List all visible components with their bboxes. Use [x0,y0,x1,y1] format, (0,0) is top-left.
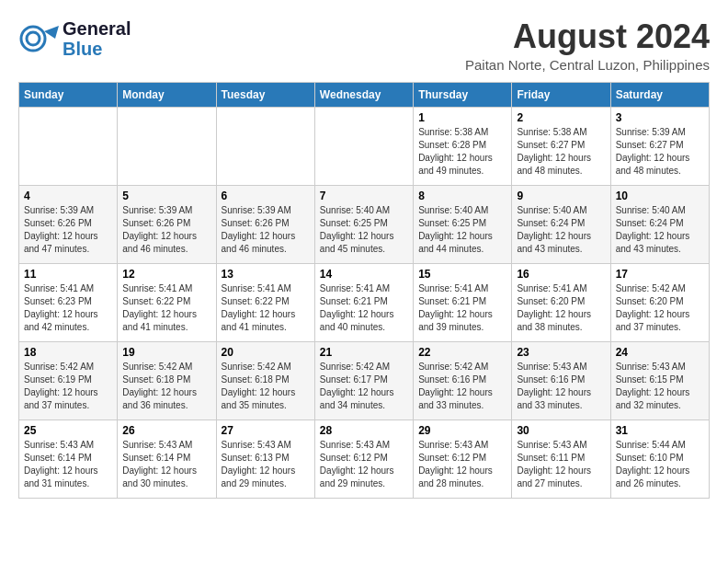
day-number: 28 [320,424,408,437]
logo-general: General [63,18,131,39]
day-number: 1 [418,111,506,124]
calendar-cell: 25Sunrise: 5:43 AM Sunset: 6:14 PM Dayli… [19,419,118,498]
day-number: 2 [517,111,605,124]
calendar-cell: 17Sunrise: 5:42 AM Sunset: 6:20 PM Dayli… [610,263,709,341]
header-thursday: Thursday [414,82,512,107]
day-number: 23 [517,346,605,359]
day-number: 7 [320,190,408,202]
calendar-week-3: 11Sunrise: 5:41 AM Sunset: 6:23 PM Dayli… [19,263,710,341]
calendar-cell: 2Sunrise: 5:38 AM Sunset: 6:27 PM Daylig… [512,107,610,185]
day-info: Sunrise: 5:43 AM Sunset: 6:16 PM Dayligh… [517,361,605,412]
day-info: Sunrise: 5:40 AM Sunset: 6:25 PM Dayligh… [320,204,408,256]
day-info: Sunrise: 5:41 AM Sunset: 6:22 PM Dayligh… [122,282,210,334]
day-info: Sunrise: 5:42 AM Sunset: 6:20 PM Dayligh… [616,282,704,334]
calendar-week-4: 18Sunrise: 5:42 AM Sunset: 6:19 PM Dayli… [19,341,710,419]
day-info: Sunrise: 5:42 AM Sunset: 6:18 PM Dayligh… [122,361,210,412]
svg-point-0 [21,27,45,51]
calendar-cell: 21Sunrise: 5:42 AM Sunset: 6:17 PM Dayli… [314,341,413,419]
calendar-cell: 10Sunrise: 5:40 AM Sunset: 6:24 PM Dayli… [610,185,709,263]
day-info: Sunrise: 5:38 AM Sunset: 6:28 PM Dayligh… [418,126,506,178]
day-number: 12 [122,268,210,281]
svg-point-1 [27,32,40,45]
calendar-cell: 19Sunrise: 5:42 AM Sunset: 6:18 PM Dayli… [118,341,216,419]
day-info: Sunrise: 5:43 AM Sunset: 6:13 PM Dayligh… [222,439,310,490]
day-number: 25 [24,424,112,437]
calendar-cell: 6Sunrise: 5:39 AM Sunset: 6:26 PM Daylig… [216,185,314,263]
day-number: 10 [616,190,704,202]
title-block: August 2024 Paitan Norte, Central Luzon,… [465,18,710,73]
day-number: 29 [418,424,506,437]
calendar-cell: 30Sunrise: 5:43 AM Sunset: 6:11 PM Dayli… [512,419,610,498]
day-number: 3 [616,111,704,124]
calendar-cell: 28Sunrise: 5:43 AM Sunset: 6:12 PM Dayli… [314,419,413,498]
calendar-week-1: 1Sunrise: 5:38 AM Sunset: 6:28 PM Daylig… [19,107,710,185]
header-monday: Monday [118,82,216,107]
day-info: Sunrise: 5:43 AM Sunset: 6:14 PM Dayligh… [24,439,112,490]
day-number: 9 [517,190,605,202]
page-header: General Blue August 2024 Paitan Norte, C… [18,18,710,73]
day-info: Sunrise: 5:39 AM Sunset: 6:27 PM Dayligh… [616,126,704,178]
calendar-cell: 8Sunrise: 5:40 AM Sunset: 6:25 PM Daylig… [414,185,512,263]
day-info: Sunrise: 5:43 AM Sunset: 6:12 PM Dayligh… [418,439,506,490]
calendar-cell [118,107,216,185]
calendar-cell: 24Sunrise: 5:43 AM Sunset: 6:15 PM Dayli… [610,341,709,419]
calendar-cell: 14Sunrise: 5:41 AM Sunset: 6:21 PM Dayli… [314,263,413,341]
day-info: Sunrise: 5:41 AM Sunset: 6:23 PM Dayligh… [24,282,112,334]
header-sunday: Sunday [19,82,118,107]
calendar-cell: 11Sunrise: 5:41 AM Sunset: 6:23 PM Dayli… [19,263,118,341]
header-friday: Friday [512,82,610,107]
location-title: Paitan Norte, Central Luzon, Philippines [465,57,710,73]
logo: General Blue [18,18,131,59]
header-saturday: Saturday [610,82,709,107]
day-info: Sunrise: 5:44 AM Sunset: 6:10 PM Dayligh… [616,439,704,490]
calendar-cell: 1Sunrise: 5:38 AM Sunset: 6:28 PM Daylig… [414,107,512,185]
calendar-cell [314,107,413,185]
day-info: Sunrise: 5:43 AM Sunset: 6:15 PM Dayligh… [616,361,704,412]
day-number: 14 [320,268,408,281]
calendar-cell [19,107,118,185]
day-number: 5 [122,190,210,202]
day-info: Sunrise: 5:43 AM Sunset: 6:12 PM Dayligh… [320,439,408,490]
svg-marker-2 [44,26,59,39]
day-number: 19 [122,346,210,359]
day-number: 17 [616,268,704,281]
day-info: Sunrise: 5:38 AM Sunset: 6:27 PM Dayligh… [517,126,605,178]
calendar-week-5: 25Sunrise: 5:43 AM Sunset: 6:14 PM Dayli… [19,419,710,498]
day-number: 4 [24,190,112,202]
day-number: 31 [616,424,704,437]
calendar-cell: 26Sunrise: 5:43 AM Sunset: 6:14 PM Dayli… [118,419,216,498]
calendar-cell: 5Sunrise: 5:39 AM Sunset: 6:26 PM Daylig… [118,185,216,263]
day-number: 27 [222,424,310,437]
day-number: 22 [418,346,506,359]
calendar-cell: 4Sunrise: 5:39 AM Sunset: 6:26 PM Daylig… [19,185,118,263]
calendar-cell: 3Sunrise: 5:39 AM Sunset: 6:27 PM Daylig… [610,107,709,185]
calendar-cell: 13Sunrise: 5:41 AM Sunset: 6:22 PM Dayli… [216,263,314,341]
day-number: 15 [418,268,506,281]
day-info: Sunrise: 5:41 AM Sunset: 6:21 PM Dayligh… [320,282,408,334]
calendar-cell: 12Sunrise: 5:41 AM Sunset: 6:22 PM Dayli… [118,263,216,341]
calendar-cell: 20Sunrise: 5:42 AM Sunset: 6:18 PM Dayli… [216,341,314,419]
calendar-cell: 16Sunrise: 5:41 AM Sunset: 6:20 PM Dayli… [512,263,610,341]
day-number: 21 [320,346,408,359]
calendar-week-2: 4Sunrise: 5:39 AM Sunset: 6:26 PM Daylig… [19,185,710,263]
day-info: Sunrise: 5:40 AM Sunset: 6:24 PM Dayligh… [616,204,704,256]
calendar-cell: 18Sunrise: 5:42 AM Sunset: 6:19 PM Dayli… [19,341,118,419]
day-number: 16 [517,268,605,281]
day-info: Sunrise: 5:40 AM Sunset: 6:24 PM Dayligh… [517,204,605,256]
day-number: 8 [418,190,506,202]
day-info: Sunrise: 5:41 AM Sunset: 6:22 PM Dayligh… [222,282,310,334]
logo-icon [18,18,59,59]
calendar-cell: 7Sunrise: 5:40 AM Sunset: 6:25 PM Daylig… [314,185,413,263]
day-info: Sunrise: 5:43 AM Sunset: 6:11 PM Dayligh… [517,439,605,490]
calendar-cell: 23Sunrise: 5:43 AM Sunset: 6:16 PM Dayli… [512,341,610,419]
day-info: Sunrise: 5:40 AM Sunset: 6:25 PM Dayligh… [418,204,506,256]
day-number: 26 [122,424,210,437]
day-info: Sunrise: 5:42 AM Sunset: 6:17 PM Dayligh… [320,361,408,412]
header-tuesday: Tuesday [216,82,314,107]
day-number: 6 [222,190,310,202]
calendar-cell [216,107,314,185]
calendar-table: SundayMondayTuesdayWednesdayThursdayFrid… [18,82,710,499]
day-number: 18 [24,346,112,359]
calendar-header-row: SundayMondayTuesdayWednesdayThursdayFrid… [19,82,710,107]
day-number: 20 [222,346,310,359]
